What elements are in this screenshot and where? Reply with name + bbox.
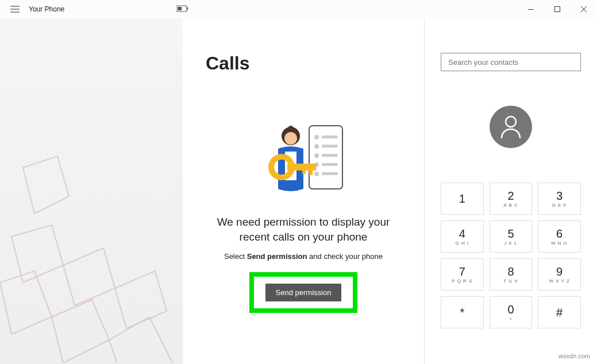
dial-letters: + (509, 316, 513, 322)
close-icon (581, 6, 587, 12)
dial-key-7[interactable]: 7P Q R S (441, 258, 484, 291)
svg-rect-49 (309, 126, 342, 189)
dial-num: # (556, 306, 563, 319)
dialpad: 12A B C3D E F4G H I5J K L6M N O7P Q R S8… (441, 183, 581, 328)
dial-num: 6 (556, 227, 563, 241)
send-permission-button[interactable]: Send permission (265, 284, 342, 301)
maximize-button[interactable] (544, 0, 571, 18)
svg-rect-6 (528, 9, 534, 10)
sidebar: Galaxy A50s Notifications Messages Photo… (0, 18, 183, 364)
minimize-icon (528, 9, 534, 10)
svg-rect-67 (302, 169, 306, 174)
hamburger-menu-button[interactable] (6, 0, 24, 18)
dial-num: 0 (507, 303, 514, 316)
dial-key-0[interactable]: 0+ (490, 296, 533, 328)
dial-key-2[interactable]: 2A B C (490, 183, 533, 215)
svg-marker-11 (63, 248, 115, 305)
app-title: Your Phone (29, 5, 64, 13)
dial-key-9[interactable]: 9W X Y Z (538, 258, 581, 291)
dial-num: 9 (556, 265, 563, 278)
content-panel: Calls We need per (183, 18, 425, 364)
dial-letters: P Q R S (452, 278, 472, 284)
window-controls (518, 0, 597, 18)
svg-marker-13 (52, 300, 109, 363)
dial-key-1[interactable]: 1 (441, 183, 484, 215)
dial-num: 1 (459, 192, 465, 206)
svg-point-50 (314, 135, 319, 140)
send-permission-highlight: Send permission (249, 272, 358, 313)
permission-illustration (257, 120, 349, 200)
dial-letters: A B C (503, 203, 518, 208)
svg-rect-4 (187, 7, 188, 10)
svg-marker-16 (23, 156, 69, 214)
dial-letters: W X Y Z (549, 278, 570, 284)
svg-rect-53 (322, 145, 338, 148)
svg-marker-15 (115, 271, 167, 328)
dial-key-3[interactable]: 3D E F (538, 183, 581, 215)
svg-rect-55 (322, 154, 338, 157)
watermark: wsxdn.com (559, 353, 590, 359)
svg-point-62 (288, 126, 294, 131)
dial-letters: T U V (503, 278, 518, 284)
svg-rect-5 (178, 7, 182, 10)
dial-key-4[interactable]: 4G H I (441, 220, 484, 253)
minimize-button[interactable] (518, 0, 544, 18)
hamburger-icon (10, 6, 20, 13)
dial-num: 2 (507, 189, 514, 203)
svg-rect-7 (555, 7, 560, 12)
svg-marker-12 (0, 271, 52, 334)
dial-letters: G H I (455, 241, 469, 246)
search-contacts-input[interactable] (441, 53, 581, 71)
dial-letters: M N O (552, 241, 568, 246)
dial-num: 3 (556, 189, 563, 203)
dial-key-#[interactable]: # (538, 296, 581, 328)
dial-num: * (460, 306, 464, 319)
svg-point-54 (314, 153, 319, 158)
maximize-icon (554, 6, 560, 12)
svg-rect-51 (322, 135, 338, 138)
dial-letters: D E F (552, 203, 567, 208)
dial-num: 5 (507, 227, 514, 241)
dial-num: 7 (459, 265, 465, 278)
dial-key-6[interactable]: 6M N O (538, 220, 581, 253)
svg-point-52 (314, 144, 319, 149)
page-title: Calls (206, 53, 249, 74)
svg-point-68 (506, 117, 516, 127)
close-button[interactable] (571, 0, 597, 18)
contact-avatar-placeholder (490, 106, 532, 148)
svg-point-58 (314, 172, 319, 176)
dial-key-8[interactable]: 8T U V (490, 258, 533, 291)
dial-key-*[interactable]: * (441, 296, 484, 328)
dial-num: 8 (507, 265, 514, 278)
svg-point-61 (284, 132, 297, 145)
permission-title: We need permission to display your recen… (206, 215, 401, 244)
dial-num: 4 (459, 227, 465, 241)
svg-marker-10 (11, 225, 63, 282)
svg-rect-57 (322, 163, 338, 166)
person-icon (499, 114, 522, 140)
permission-subtitle: Select Send permission and check your ph… (224, 252, 383, 261)
main-layout: Galaxy A50s Notifications Messages Photo… (0, 18, 597, 364)
svg-rect-66 (309, 169, 313, 175)
sidebar-background (0, 18, 183, 364)
svg-marker-14 (109, 317, 172, 363)
contacts-panel: 12A B C3D E F4G H I5J K L6M N O7P Q R S8… (425, 18, 597, 364)
dial-key-5[interactable]: 5J K L (490, 220, 533, 253)
dial-letters: J K L (504, 241, 517, 246)
svg-rect-59 (322, 172, 338, 175)
titlebar: Your Phone (0, 0, 597, 18)
battery-icon (176, 4, 189, 14)
